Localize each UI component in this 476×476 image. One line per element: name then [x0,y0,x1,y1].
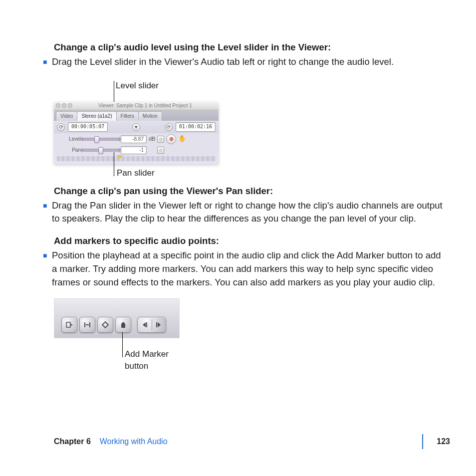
pan-slider-label: Pan [57,147,81,154]
callout-line [114,152,114,176]
bullet-icon: ■ [42,55,52,69]
tab-stereo[interactable]: Stereo (a1a2) [77,111,116,121]
current-tc-icon[interactable]: ⟳ [165,123,173,131]
page-number: 123 [428,436,450,447]
window-titlebar: Viewer: Sample Clip 1 in Untitled Projec… [54,102,219,110]
window-title: Viewer: Sample Clip 1 in Untitled Projec… [74,102,217,110]
minimize-icon[interactable] [62,103,66,108]
add-marker-button[interactable] [115,317,131,333]
tab-video[interactable]: Video [56,111,77,121]
duration-icon[interactable]: ⟳ [57,123,65,131]
pan-slider[interactable] [83,149,119,152]
match-frame-button[interactable] [61,317,77,333]
mark-in-button[interactable] [138,321,152,329]
zoom-icon[interactable] [68,103,72,108]
pan-value[interactable]: -1 [121,146,147,155]
figure-toolbar: Add Marker button [54,298,184,368]
bullet-icon: ■ [42,199,52,213]
timecode-out[interactable]: 01:00:02:16 [176,122,216,132]
level-keyframe-button[interactable]: ◇ [157,136,164,143]
bullet-icon: ■ [42,249,52,262]
viewer-tabs: Video Stereo (a1a2) Filters Motion [54,110,219,121]
tab-filters[interactable]: Filters [116,111,139,121]
timeline-ruler[interactable] [57,156,216,161]
close-icon[interactable] [56,103,60,108]
in-out-buttons[interactable] [137,317,166,333]
level-slider-label: Level [57,136,81,143]
heading-pan-slider: Change a clip's pan using the Viewer's P… [42,185,444,198]
chapter-label: Chapter 6 [42,436,91,447]
callout-label-pan: Pan slider [117,167,155,180]
mark-out-button[interactable] [152,321,166,329]
footer-rule [422,434,423,449]
drag-hand-icon: ✋ [178,134,186,144]
page-footer: Chapter 6 Working with Audio 123 [42,436,450,447]
bullet-text-pan: Drag the Pan slider in the Viewer left o… [52,199,444,226]
zoom-popup-icon[interactable]: ▾ [132,123,140,131]
add-keyframe-button[interactable] [97,317,113,333]
bullet-text-level: Drag the Level slider in the Viewer's Au… [52,55,444,69]
callout-label-level: Level slider [116,80,159,92]
level-value[interactable]: -8.87 [121,135,147,144]
transport-toolbar [54,298,180,338]
bullet-text-markers: Position the playhead at a specific poin… [52,249,444,289]
pan-keyframe-button[interactable]: ◇ [157,147,164,154]
figure-viewer: Level slider Viewer: Sample Clip 1 in Un… [54,80,229,180]
tab-motion[interactable]: Motion [138,111,162,121]
reset-button[interactable]: ⊗ [166,134,176,144]
svg-rect-0 [66,322,70,327]
chapter-title: Working with Audio [100,436,168,447]
callout-line [122,332,123,357]
level-slider[interactable] [83,138,119,141]
timecode-in[interactable]: 00:00:05:07 [68,122,108,132]
callout-label-add-marker: Add Marker button [125,348,184,373]
heading-add-markers: Add markers to specific audio points: [42,235,444,248]
heading-level-slider: Change a clip's audio level using the Le… [42,41,444,54]
mark-clip-button[interactable] [79,317,95,333]
level-unit: dB [149,135,155,143]
viewer-window: Viewer: Sample Clip 1 in Untitled Projec… [54,102,219,165]
